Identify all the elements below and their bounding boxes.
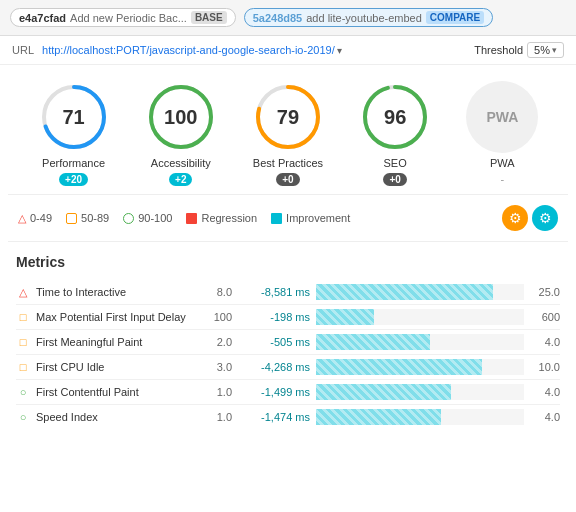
- best-practices-circle: 79: [252, 81, 324, 153]
- circle-icon: ○: [16, 386, 30, 398]
- metric-delta: -505 ms: [238, 336, 310, 348]
- metric-bar-container: [316, 284, 524, 300]
- metric-bar-container: [316, 334, 524, 350]
- url-input[interactable]: http://localhost:PORT/javascript-and-goo…: [42, 44, 342, 56]
- square-icon: [66, 213, 77, 224]
- performance-label: Performance: [42, 157, 105, 169]
- compare-hash: 5a248d85: [253, 12, 303, 24]
- metric-delta: -4,268 ms: [238, 361, 310, 373]
- metric-name: Speed Index: [36, 411, 196, 423]
- square-icon: □: [16, 336, 30, 348]
- best-practices-value: 79: [277, 106, 299, 129]
- top-bar: e4a7cfad Add new Periodic Bac... BASE 5a…: [0, 0, 576, 36]
- accessibility-value: 100: [164, 106, 197, 129]
- seo-circle: 96: [359, 81, 431, 153]
- base-label: BASE: [191, 11, 227, 24]
- metric-base: 8.0: [202, 286, 232, 298]
- metric-base: 1.0: [202, 386, 232, 398]
- legend: △ 0-49 50-89 90-100 Regression Improveme…: [8, 194, 568, 242]
- share-button[interactable]: ⚙: [532, 205, 558, 231]
- circle-icon: [123, 213, 134, 224]
- compare-msg: add lite-youtube-embed: [306, 12, 422, 24]
- regression-icon: [186, 213, 197, 224]
- compare-label: COMPARE: [426, 11, 484, 24]
- metric-bar-container: [316, 409, 524, 425]
- url-bar: URL http://localhost:PORT/javascript-and…: [0, 36, 576, 65]
- metric-name: Max Potential First Input Delay: [36, 311, 196, 323]
- table-row: ○ Speed Index 1.0 -1,474 ms 4.0: [16, 405, 560, 429]
- metric-max: 4.0: [530, 411, 560, 423]
- metric-base: 1.0: [202, 411, 232, 423]
- metric-name: First CPU Idle: [36, 361, 196, 373]
- metric-bar: [316, 334, 430, 350]
- pwa-circle: PWA: [466, 81, 538, 153]
- base-commit-badge[interactable]: e4a7cfad Add new Periodic Bac... BASE: [10, 8, 236, 27]
- best-practices-delta: +0: [276, 173, 299, 186]
- table-row: □ Max Potential First Input Delay 100 -1…: [16, 305, 560, 330]
- table-row: □ First Meaningful Paint 2.0 -505 ms 4.0: [16, 330, 560, 355]
- legend-improvement: Improvement: [271, 212, 350, 224]
- accessibility-circle: 100: [145, 81, 217, 153]
- metric-delta: -8,581 ms: [238, 286, 310, 298]
- performance-value: 71: [62, 106, 84, 129]
- metric-max: 10.0: [530, 361, 560, 373]
- metrics-title: Metrics: [16, 254, 560, 270]
- square-icon: □: [16, 361, 30, 373]
- table-row: ○ First Contentful Paint 1.0 -1,499 ms 4…: [16, 380, 560, 405]
- threshold-section: Threshold 5%: [474, 42, 564, 58]
- legend-improvement-label: Improvement: [286, 212, 350, 224]
- legend-action-icons: ⚙ ⚙: [502, 205, 558, 231]
- url-label: URL: [12, 44, 34, 56]
- pwa-delta: -: [501, 173, 505, 185]
- legend-90-100-label: 90-100: [138, 212, 172, 224]
- metric-bar-container: [316, 309, 524, 325]
- legend-50-89-label: 50-89: [81, 212, 109, 224]
- circle-icon: ○: [16, 411, 30, 423]
- metric-base: 100: [202, 311, 232, 323]
- legend-regression-label: Regression: [201, 212, 257, 224]
- accessibility-delta: +2: [169, 173, 192, 186]
- legend-0-49: △ 0-49: [18, 212, 52, 225]
- metric-base: 2.0: [202, 336, 232, 348]
- score-seo: 96 SEO +0: [359, 81, 431, 186]
- metric-bar-container: [316, 384, 524, 400]
- base-hash: e4a7cfad: [19, 12, 66, 24]
- improvement-icon: [271, 213, 282, 224]
- pwa-label: PWA: [490, 157, 515, 169]
- best-practices-label: Best Practices: [253, 157, 323, 169]
- metric-bar: [316, 309, 374, 325]
- metric-bar: [316, 384, 451, 400]
- performance-circle: 71: [38, 81, 110, 153]
- score-best-practices: 79 Best Practices +0: [252, 81, 324, 186]
- filter-button[interactable]: ⚙: [502, 205, 528, 231]
- metric-delta: -198 ms: [238, 311, 310, 323]
- metric-name: First Meaningful Paint: [36, 336, 196, 348]
- metric-name: First Contentful Paint: [36, 386, 196, 398]
- table-row: △ Time to Interactive 8.0 -8,581 ms 25.0: [16, 280, 560, 305]
- compare-commit-badge[interactable]: 5a248d85 add lite-youtube-embed COMPARE: [244, 8, 494, 27]
- legend-regression: Regression: [186, 212, 257, 224]
- seo-delta: +0: [383, 173, 406, 186]
- metric-max: 4.0: [530, 386, 560, 398]
- metric-bar-container: [316, 359, 524, 375]
- scores-section: 71 Performance +20 100 Accessibility +2 …: [0, 65, 576, 194]
- metric-delta: -1,499 ms: [238, 386, 310, 398]
- legend-50-89: 50-89: [66, 212, 109, 224]
- metrics-section: Metrics △ Time to Interactive 8.0 -8,581…: [0, 242, 576, 441]
- metric-max: 25.0: [530, 286, 560, 298]
- legend-90-100: 90-100: [123, 212, 172, 224]
- seo-value: 96: [384, 106, 406, 129]
- square-icon: □: [16, 311, 30, 323]
- triangle-icon: △: [16, 286, 30, 299]
- threshold-label: Threshold: [474, 44, 523, 56]
- seo-label: SEO: [384, 157, 407, 169]
- threshold-select[interactable]: 5%: [527, 42, 564, 58]
- score-pwa: PWA PWA -: [466, 81, 538, 185]
- metric-base: 3.0: [202, 361, 232, 373]
- table-row: □ First CPU Idle 3.0 -4,268 ms 10.0: [16, 355, 560, 380]
- metric-max: 600: [530, 311, 560, 323]
- metric-bar: [316, 359, 482, 375]
- metric-delta: -1,474 ms: [238, 411, 310, 423]
- metric-max: 4.0: [530, 336, 560, 348]
- score-performance: 71 Performance +20: [38, 81, 110, 186]
